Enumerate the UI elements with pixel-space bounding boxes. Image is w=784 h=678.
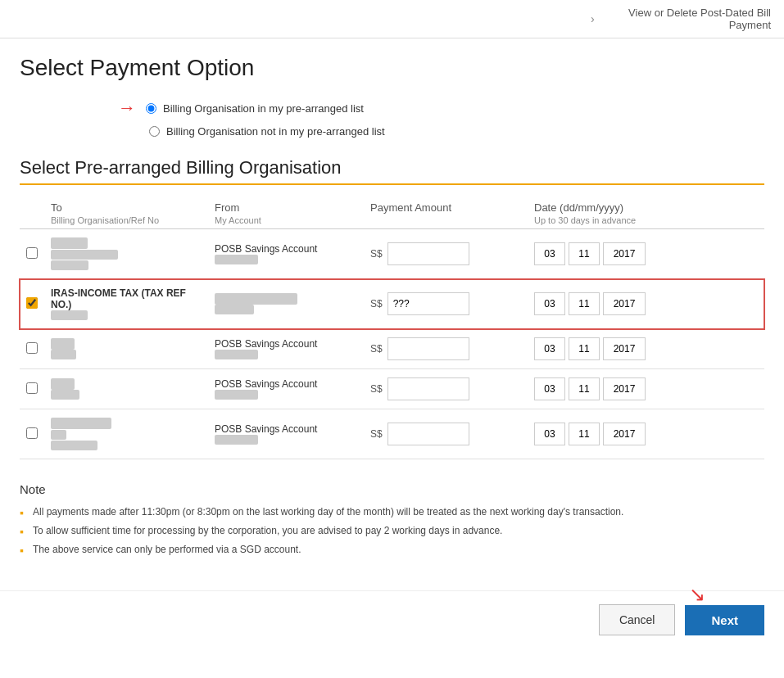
date-mm-input[interactable]	[569, 337, 600, 360]
cell-from: POSB ••• •••• •• •••S• •••••• •	[208, 279, 364, 329]
top-bar: › View or Delete Post-Dated Bill Payment	[0, 0, 784, 38]
cell-date	[528, 409, 764, 459]
date-dd-input[interactable]	[534, 337, 565, 360]
cell-to: ••• •••••••••••••• PTE LTD••• •••••••	[44, 229, 208, 279]
note-list: All payments made after 11:30pm (or 8:30…	[20, 504, 764, 557]
date-dd-input[interactable]	[534, 377, 565, 400]
th-amount: Payment Amount	[364, 198, 528, 229]
billing-table: To Billing Organisation/Ref No From My A…	[20, 198, 764, 459]
radio-option1-label[interactable]: Billing Organisation in my pre-arranged …	[163, 102, 364, 115]
cell-from: POSB Savings Account•••• ••••••••	[208, 409, 364, 459]
amount-input[interactable]	[387, 377, 469, 400]
th-checkbox	[20, 198, 44, 229]
note-item: All payments made after 11:30pm (or 8:30…	[20, 504, 764, 519]
cell-from: POSB Savings Account•••• ••••••••	[208, 229, 364, 279]
cell-amount: S$	[364, 279, 528, 329]
from-account-name: POSB Savings Account	[215, 378, 357, 390]
note-heading: Note	[20, 482, 764, 496]
amount-input[interactable]	[387, 337, 469, 360]
row-checkbox[interactable]	[26, 247, 38, 259]
radio-option1[interactable]	[146, 103, 156, 114]
from-account-ref: •••• ••••••••	[215, 350, 357, 359]
org-ref: ••• •••••••	[51, 260, 202, 270]
date-dd-input[interactable]	[534, 292, 565, 315]
from-account-name: POSB ••• •••• •• •••	[215, 293, 357, 305]
from-account-ref: •••• ••••••••	[215, 435, 357, 445]
amount-input[interactable]	[387, 242, 469, 265]
amount-input[interactable]	[387, 423, 469, 445]
date-mm-input[interactable]	[569, 242, 600, 265]
section-title: Select Pre-arranged Billing Organisation	[20, 157, 764, 185]
view-delete-link[interactable]: › View or Delete Post-Dated Bill Payment	[591, 7, 771, 31]
ss-currency-label: S$	[370, 428, 383, 440]
cell-from: POSB Savings Account•••• ••••••••	[208, 329, 364, 369]
date-yyyy-input[interactable]	[603, 292, 646, 315]
cancel-button[interactable]: Cancel	[599, 604, 676, 635]
table-row: ••••••••••••••POSB Savings Account•••• •…	[20, 369, 764, 409]
from-account-ref: S• •••••• •	[215, 305, 357, 314]
date-dd-input[interactable]	[534, 423, 565, 445]
cell-to: •••••• •••••• ••••••••••• •••••••••	[44, 409, 208, 459]
radio-row-1: → Billing Organisation in my pre-arrange…	[118, 97, 764, 119]
org-ref: S•••••••F	[51, 310, 202, 320]
note-item: To allow sufficient time for processing …	[20, 523, 764, 538]
from-account-ref: •••• ••••••••	[215, 390, 357, 400]
org-ref: •••• •••••••••	[51, 441, 202, 450]
table-row: IRAS-INCOME TAX (TAX REF NO.)S•••••••FPO…	[20, 279, 764, 329]
table-row: ••• •••••••••••••• PTE LTD••• •••••••POS…	[20, 229, 764, 279]
button-row: ↘ Cancel Next	[0, 590, 784, 649]
cell-date	[528, 369, 764, 409]
date-dd-input[interactable]	[534, 242, 565, 265]
row-checkbox[interactable]	[26, 382, 38, 394]
from-account-name: POSB Savings Account	[215, 243, 357, 255]
cell-from: POSB Savings Account•••• ••••••••	[208, 369, 364, 409]
org-name: IRAS-INCOME TAX (TAX REF NO.)	[51, 287, 202, 310]
table-header-row: To Billing Organisation/Ref No From My A…	[20, 198, 764, 229]
date-yyyy-input[interactable]	[603, 377, 646, 400]
from-account-ref: •••• ••••••••	[215, 255, 357, 264]
radio-option2-label[interactable]: Billing Organisation not in my pre-arran…	[166, 125, 385, 138]
cell-date	[528, 329, 764, 369]
ss-currency-label: S$	[370, 248, 383, 260]
org-name: ••••••	[51, 338, 202, 350]
cell-amount: S$	[364, 229, 528, 279]
amount-input[interactable]	[387, 292, 469, 315]
org-name: ••••••	[51, 378, 202, 390]
date-mm-input[interactable]	[569, 377, 600, 400]
row-checkbox[interactable]	[26, 297, 38, 309]
date-yyyy-input[interactable]	[603, 423, 646, 445]
th-date: Date (dd/mm/yyyy) Up to 30 days in advan…	[528, 198, 764, 229]
row-checkbox[interactable]	[26, 342, 38, 354]
row-checkbox[interactable]	[26, 427, 38, 439]
table-row: •••••••••••••POSB Savings Account•••• ••…	[20, 329, 764, 369]
date-yyyy-input[interactable]	[603, 337, 646, 360]
chevron-right-icon: ›	[591, 12, 595, 25]
page-content: Select Payment Option → Billing Organisa…	[0, 38, 784, 590]
cell-amount: S$	[364, 369, 528, 409]
arrow-right-indicator: →	[118, 97, 136, 119]
org-name: •••••• •••••• •••••••	[51, 418, 202, 441]
ss-currency-label: S$	[370, 343, 383, 355]
from-account-name: POSB Savings Account	[215, 423, 357, 435]
date-mm-input[interactable]	[569, 292, 600, 315]
radio-option2[interactable]	[149, 126, 160, 137]
view-delete-label: View or Delete Post-Dated Bill Payment	[600, 7, 771, 31]
org-name: ••• •••••••••••••• PTE LTD	[51, 237, 202, 260]
ss-currency-label: S$	[370, 383, 383, 395]
cell-to: •••••••••••••	[44, 329, 208, 369]
note-section: Note All payments made after 11:30pm (or…	[20, 482, 764, 574]
th-from: From My Account	[208, 198, 364, 229]
org-ref: ••••••••	[51, 390, 202, 400]
page-title: Select Payment Option	[20, 55, 764, 81]
next-button[interactable]: Next	[685, 605, 764, 635]
org-ref: •••••••	[51, 350, 202, 359]
date-yyyy-input[interactable]	[603, 242, 646, 265]
cell-amount: S$	[364, 409, 528, 459]
date-mm-input[interactable]	[569, 423, 600, 445]
payment-options-section: → Billing Organisation in my pre-arrange…	[118, 97, 764, 138]
th-to: To Billing Organisation/Ref No	[44, 198, 208, 229]
table-row: •••••• •••••• ••••••••••• •••••••••POSB …	[20, 409, 764, 459]
cell-to: IRAS-INCOME TAX (TAX REF NO.)S•••••••F	[44, 279, 208, 329]
arrow-down-red-icon: ↘	[689, 583, 705, 606]
note-item: The above service can only be performed …	[20, 542, 764, 557]
